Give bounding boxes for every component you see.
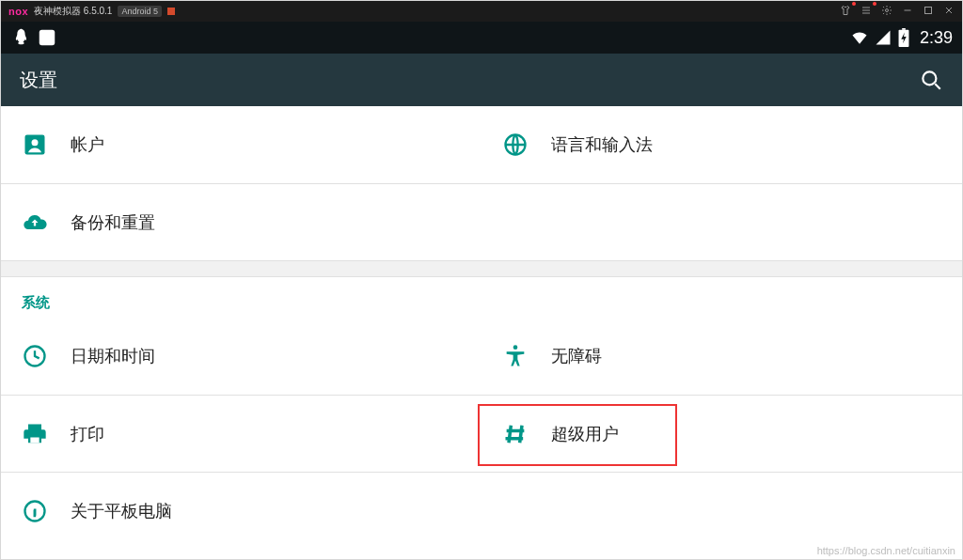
tshirt-icon[interactable] [840,5,851,18]
hash-icon [502,421,551,447]
android-badge: Android 5 [118,6,162,17]
android-status-bar: 2:39 [1,22,962,54]
settings-item-language[interactable]: 语言和输入法 [482,106,962,183]
settings-item-label: 日期和时间 [71,345,155,367]
settings-item-superuser[interactable]: 超级用户 [482,395,962,472]
settings-item-datetime[interactable]: 日期和时间 [1,318,482,395]
signal-icon [875,29,892,46]
page-title: 设置 [20,68,57,93]
svg-point-7 [32,139,39,146]
svg-point-10 [513,345,518,350]
wifi-icon [850,28,869,47]
account-icon [22,132,71,158]
settings-content: 帐户 语言和输入法 备份和重置 系统 [1,106,962,559]
status-clock: 2:39 [920,28,953,48]
settings-item-label: 帐户 [71,133,104,156]
menu-icon[interactable] [860,5,872,18]
battery-charging-icon [897,28,910,47]
section-header-system: 系统 [1,277,962,318]
clock-icon [22,343,71,369]
emulator-name: 夜神模拟器 6.5.0.1 [34,5,112,18]
settings-item-label: 无障碍 [551,345,602,367]
accessibility-icon [502,343,551,369]
gear-icon[interactable] [881,5,892,18]
recording-indicator [167,8,175,15]
app-square-icon [37,27,57,48]
settings-item-label: 打印 [71,423,104,445]
minimize-button[interactable] [902,5,913,18]
settings-item-about[interactable]: 关于平板电脑 [1,472,482,549]
settings-item-label: 备份和重置 [71,211,155,234]
maximize-button[interactable] [923,5,934,18]
svg-rect-1 [925,8,932,14]
settings-item-label: 超级用户 [551,423,619,445]
info-icon [22,498,71,524]
empty-cell [482,472,962,549]
settings-item-accessibility[interactable]: 无障碍 [482,318,962,395]
empty-cell [482,183,962,260]
svg-point-5 [923,71,936,85]
printer-icon [22,421,71,447]
settings-item-account[interactable]: 帐户 [1,106,482,183]
search-icon[interactable] [919,68,943,92]
settings-item-label: 关于平板电脑 [71,500,172,522]
nox-logo: nox [8,6,28,17]
app-bar: 设置 [1,54,962,106]
settings-item-label: 语言和输入法 [551,133,653,156]
settings-item-printing[interactable]: 打印 [1,395,482,472]
emulator-titlebar: nox 夜神模拟器 6.5.0.1 Android 5 [1,1,962,22]
section-divider [1,260,962,277]
qq-penguin-icon [10,27,31,48]
svg-point-0 [886,9,889,12]
settings-item-backup[interactable]: 备份和重置 [1,183,482,260]
cloud-upload-icon [22,210,71,236]
svg-rect-2 [39,30,55,46]
globe-icon [502,132,551,158]
svg-rect-4 [902,28,906,30]
svg-rect-11 [30,437,39,443]
close-button[interactable] [943,5,955,18]
